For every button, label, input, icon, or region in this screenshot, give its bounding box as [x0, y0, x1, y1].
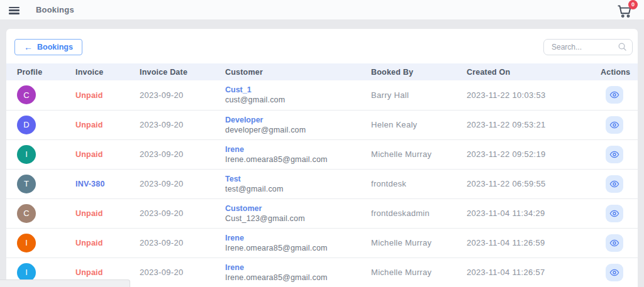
- invoice-date: 2023-09-20: [129, 198, 214, 228]
- invoice-status-link[interactable]: Unpaid: [75, 209, 103, 218]
- customer-name-link[interactable]: Irene: [225, 263, 360, 272]
- table-header-row: Profile Invoice Invoice Date Customer Bo…: [6, 63, 638, 80]
- back-button-label: Bookings: [37, 43, 73, 51]
- created-on: 2023-11-04 11:26:59: [456, 228, 590, 257]
- column-header-actions: Actions: [590, 63, 638, 80]
- created-on: 2023-11-22 10:03:53: [456, 80, 590, 110]
- table-row: C Unpaid 2023-09-20 Customer Cust_123@gm…: [6, 198, 638, 228]
- customer-email: cust@gmail.com: [225, 95, 360, 104]
- eye-icon: [609, 179, 619, 189]
- table-row: I Unpaid 2023-09-20 Irene Irene.omeara85…: [6, 228, 638, 257]
- invoice-date: 2023-09-20: [129, 110, 214, 139]
- booked-by: frontdesk: [360, 169, 456, 198]
- created-on: 2023-11-04 11:34:29: [456, 198, 590, 228]
- customer-name-link[interactable]: Developer: [225, 116, 360, 124]
- booked-by: Michelle Murray: [360, 139, 456, 169]
- avatar-initial: I: [25, 268, 28, 277]
- search-icon[interactable]: [618, 42, 627, 51]
- menu-icon[interactable]: [9, 7, 19, 14]
- view-action-button[interactable]: [606, 146, 623, 163]
- customer-name-link[interactable]: Cust_1: [225, 85, 360, 94]
- avatar-initial: D: [23, 120, 29, 129]
- table-row: C Unpaid 2023-09-20 Cust_1 cust@gmail.co…: [6, 80, 638, 110]
- back-arrow-icon: ←: [24, 43, 33, 51]
- customer-name-link[interactable]: Test: [225, 175, 360, 183]
- eye-icon: [609, 149, 619, 160]
- bookings-table: Profile Invoice Invoice Date Customer Bo…: [6, 63, 638, 287]
- avatar: I: [17, 145, 36, 164]
- avatar: I: [17, 263, 36, 282]
- view-action-button[interactable]: [606, 86, 623, 104]
- column-header-created-on: Created On: [456, 63, 590, 80]
- table-row: D Unpaid 2023-09-20 Developer developer@…: [6, 110, 638, 139]
- customer-email: Irene.omeara85@gmail.com: [225, 244, 360, 252]
- eye-icon: [609, 120, 619, 130]
- bookings-card: ← Bookings Profile Invoice Invoice Date …: [6, 29, 638, 287]
- eye-icon: [609, 268, 619, 278]
- avatar-initial: C: [23, 90, 29, 100]
- booked-by: Michelle Murray: [360, 228, 456, 257]
- invoice-date: 2023-09-20: [129, 139, 214, 169]
- avatar-initial: I: [25, 238, 28, 247]
- avatar-initial: I: [25, 149, 28, 159]
- cart-badge: 0: [628, 0, 638, 9]
- avatar: D: [17, 116, 36, 134]
- column-header-invoice: Invoice: [65, 63, 129, 80]
- avatar: C: [17, 204, 36, 223]
- customer-email: Cust_123@gmail.com: [225, 214, 360, 223]
- toolbar: ← Bookings: [6, 39, 638, 55]
- invoice-date: 2023-09-20: [129, 169, 214, 198]
- invoice-status-link[interactable]: Unpaid: [75, 121, 103, 129]
- cart-button[interactable]: 0: [616, 3, 635, 19]
- invoice-date: 2023-09-20: [129, 228, 214, 257]
- link-preview-statusbar: [0, 279, 130, 287]
- table-row: I Unpaid 2023-09-20 Irene Irene.omeara85…: [6, 139, 638, 169]
- invoice-status-link[interactable]: INV-380: [75, 180, 105, 188]
- column-header-profile: Profile: [6, 63, 65, 80]
- avatar-initial: C: [23, 208, 29, 218]
- page-title: Bookings: [36, 5, 74, 14]
- customer-email: Irene.omeara85@gmail.com: [225, 155, 360, 164]
- avatar: T: [17, 175, 36, 193]
- topbar: Bookings 0: [0, 0, 644, 19]
- customer-email: developer@gmail.com: [225, 126, 360, 134]
- invoice-status-link[interactable]: Unpaid: [75, 91, 103, 100]
- customer-email: test@gmail.com: [225, 185, 360, 193]
- invoice-date: 2023-09-20: [129, 80, 214, 110]
- avatar: I: [17, 234, 36, 252]
- customer-name-link[interactable]: Irene: [225, 145, 360, 154]
- booked-by: frontdeskadmin: [360, 198, 456, 228]
- avatar-initial: T: [24, 179, 29, 188]
- column-header-invoice-date: Invoice Date: [129, 63, 214, 80]
- invoice-status-link[interactable]: Unpaid: [75, 268, 103, 277]
- booked-by: Michelle Murray: [360, 257, 456, 287]
- view-action-button[interactable]: [606, 175, 623, 193]
- view-action-button[interactable]: [606, 234, 623, 252]
- customer-email: Irene.omeara85@gmail.com: [225, 273, 360, 282]
- invoice-date: 2023-09-20: [129, 257, 214, 287]
- created-on: 2023-11-22 06:59:55: [456, 169, 590, 198]
- view-action-button[interactable]: [606, 205, 623, 222]
- eye-icon: [609, 90, 619, 100]
- customer-name-link[interactable]: Irene: [225, 234, 360, 242]
- created-on: 2023-11-22 09:53:21: [456, 110, 590, 139]
- view-action-button[interactable]: [606, 264, 623, 281]
- eye-icon: [609, 208, 619, 219]
- column-header-customer: Customer: [214, 63, 360, 80]
- invoice-status-link[interactable]: Unpaid: [75, 150, 103, 159]
- back-to-bookings-button[interactable]: ← Bookings: [14, 39, 82, 55]
- search-box: [543, 39, 633, 55]
- avatar: C: [17, 85, 36, 104]
- booked-by: Barry Hall: [360, 80, 456, 110]
- view-action-button[interactable]: [606, 116, 623, 134]
- invoice-status-link[interactable]: Unpaid: [75, 239, 103, 247]
- table-row: T INV-380 2023-09-20 Test test@gmail.com…: [6, 169, 638, 198]
- booked-by: Helen Kealy: [360, 110, 456, 139]
- eye-icon: [609, 238, 619, 248]
- column-header-booked-by: Booked By: [360, 63, 456, 80]
- created-on: 2023-11-22 09:52:19: [456, 139, 590, 169]
- created-on: 2023-11-04 11:26:57: [456, 257, 590, 287]
- customer-name-link[interactable]: Customer: [225, 204, 360, 213]
